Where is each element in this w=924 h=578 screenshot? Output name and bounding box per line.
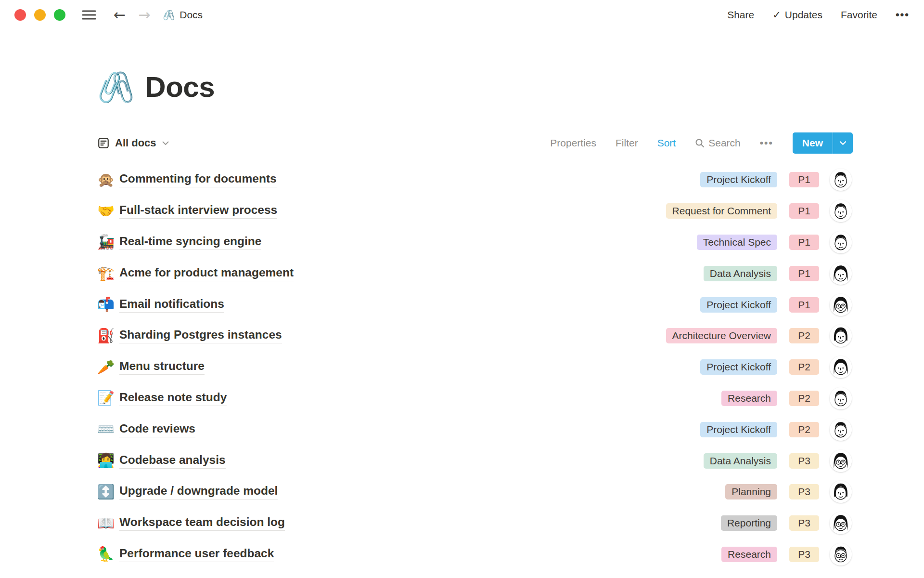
tag-badge[interactable]: Technical Spec — [697, 235, 777, 250]
tag-badge[interactable]: Data Analysis — [704, 453, 777, 469]
assignee-avatar-man-glasses[interactable] — [830, 543, 852, 565]
share-button[interactable]: Share — [727, 9, 754, 21]
updates-button[interactable]: ✓ Updates — [772, 9, 822, 21]
doc-title-link[interactable]: Acme for product management — [119, 266, 294, 281]
close-window-button[interactable] — [14, 9, 26, 21]
assignee-avatar-man-short[interactable] — [830, 387, 852, 409]
table-row[interactable]: ↕️ Upgrade / downgrade model Planning P3 — [97, 476, 852, 508]
assignee-avatar-person-glasses[interactable] — [830, 512, 852, 534]
table-row[interactable]: 📖 Workspace team decision log Reporting … — [97, 508, 852, 539]
fuel-pump-emoji: ⛽ — [97, 329, 119, 343]
woman-technologist-emoji: 👩‍💻 — [97, 454, 119, 468]
view-label: All docs — [115, 137, 156, 149]
table-row[interactable]: 🥕 Menu structure Project Kickoff P2 — [97, 352, 852, 383]
priority-badge[interactable]: P2 — [789, 328, 819, 343]
priority-badge[interactable]: P1 — [789, 297, 819, 313]
doc-title-link[interactable]: Workspace team decision log — [119, 515, 285, 531]
breadcrumb[interactable]: 🖇️ Docs — [163, 9, 203, 21]
assignee-avatar-woman-long[interactable] — [830, 356, 852, 378]
tag-badge[interactable]: Reporting — [721, 515, 777, 531]
new-button[interactable]: New — [793, 132, 833, 154]
properties-button[interactable]: Properties — [550, 137, 596, 149]
priority-badge[interactable]: P1 — [789, 172, 819, 187]
priority-badge[interactable]: P3 — [789, 484, 819, 499]
more-menu-icon[interactable]: ••• — [896, 9, 910, 21]
assignee-avatar-person-glasses[interactable] — [830, 294, 852, 316]
tag-badge[interactable]: Architecture Overview — [666, 328, 777, 343]
assignee-avatar-man-short[interactable] — [830, 169, 852, 191]
keyboard-emoji: ⌨️ — [97, 422, 119, 436]
priority-badge[interactable]: P1 — [789, 235, 819, 250]
new-dropdown-chevron-icon[interactable] — [833, 132, 853, 154]
toolbar-more-icon[interactable]: ••• — [760, 137, 773, 149]
page-content: 🖇️ Docs All docs Properties Filter Sort — [0, 70, 853, 570]
handshake-emoji: 🤝 — [97, 204, 119, 218]
tag-badge[interactable]: Request for Comment — [666, 203, 777, 219]
priority-badge[interactable]: P3 — [789, 547, 819, 562]
search-icon — [695, 138, 705, 148]
assignee-avatar-man-stubble[interactable] — [830, 419, 852, 441]
priority-badge[interactable]: P2 — [789, 422, 819, 437]
memo-emoji: 📝 — [97, 391, 119, 405]
table-row[interactable]: 👩‍💻 Codebase analysis Data Analysis P3 — [97, 445, 852, 476]
table-row[interactable]: ⛽ Sharding Postgres instances Architectu… — [97, 320, 852, 352]
priority-badge[interactable]: P3 — [789, 515, 819, 531]
doc-title-link[interactable]: Menu structure — [119, 359, 205, 375]
doc-title-link[interactable]: Real-time syncing engine — [119, 235, 261, 250]
tag-badge[interactable]: Research — [721, 547, 777, 562]
table-row[interactable]: 🤝 Full-stack interview process Request f… — [97, 196, 852, 227]
minimize-window-button[interactable] — [34, 9, 46, 21]
tag-badge[interactable]: Project Kickoff — [700, 359, 777, 375]
favorite-button[interactable]: Favorite — [841, 9, 877, 21]
table-row[interactable]: ⌨️ Code reviews Project Kickoff P2 — [97, 414, 852, 445]
tag-badge[interactable]: Project Kickoff — [700, 422, 777, 437]
priority-badge[interactable]: P1 — [789, 266, 819, 281]
back-arrow-icon[interactable]: ← — [114, 8, 126, 22]
building-construction-emoji: 🏗️ — [97, 266, 119, 280]
assignee-avatar-man-stubble[interactable] — [830, 231, 852, 253]
priority-badge[interactable]: P1 — [789, 203, 819, 219]
table-row[interactable]: 🚂 Real-time syncing engine Technical Spe… — [97, 227, 852, 258]
doc-title-link[interactable]: Performance user feedback — [119, 547, 274, 562]
table-row[interactable]: 🙊 Commenting for documents Project Kicko… — [97, 164, 852, 196]
assignee-avatar-woman-long[interactable] — [830, 263, 852, 285]
assignee-avatar-man-short[interactable] — [830, 200, 852, 222]
view-switcher-all-docs[interactable]: All docs — [97, 137, 169, 149]
tag-badge[interactable]: Project Kickoff — [700, 172, 777, 187]
up-down-arrow-emoji: ↕️ — [97, 485, 119, 499]
tag-badge[interactable]: Data Analysis — [704, 266, 777, 281]
tag-badge[interactable]: Project Kickoff — [700, 297, 777, 313]
updates-label: Updates — [785, 9, 822, 21]
table-row[interactable]: 🦜 Performance user feedback Research P3 — [97, 539, 852, 570]
doc-title-link[interactable]: Code reviews — [119, 422, 195, 437]
tag-badge[interactable]: Research — [721, 391, 777, 406]
sort-button[interactable]: Sort — [657, 137, 676, 149]
page-paperclip-icon[interactable]: 🖇️ — [97, 72, 134, 102]
search-button[interactable]: Search — [695, 137, 741, 149]
doc-title-link[interactable]: Upgrade / downgrade model — [119, 484, 278, 499]
forward-arrow-icon[interactable]: → — [138, 8, 150, 22]
doc-title-link[interactable]: Release note study — [119, 391, 227, 406]
priority-badge[interactable]: P2 — [789, 391, 819, 406]
check-icon: ✓ — [772, 9, 781, 21]
doc-title-link[interactable]: Sharding Postgres instances — [119, 328, 282, 343]
table-row[interactable]: 📬 Email notifications Project Kickoff P1 — [97, 289, 852, 320]
assignee-avatar-person-glasses[interactable] — [830, 450, 852, 472]
speak-no-evil-monkey-emoji: 🙊 — [97, 173, 119, 187]
assignee-avatar-woman-bob[interactable] — [830, 481, 852, 503]
filter-button[interactable]: Filter — [616, 137, 638, 149]
table-row[interactable]: 📝 Release note study Research P2 — [97, 383, 852, 414]
zoom-window-button[interactable] — [54, 9, 65, 21]
priority-badge[interactable]: P3 — [789, 453, 819, 469]
doc-title-link[interactable]: Full-stack interview process — [119, 203, 277, 219]
tag-badge[interactable]: Planning — [725, 484, 777, 499]
sidebar-toggle-hamburger-icon[interactable] — [82, 9, 96, 21]
locomotive-emoji: 🚂 — [97, 235, 119, 249]
window-titlebar: ← → 🖇️ Docs Share ✓ Updates Favorite ••• — [0, 0, 924, 30]
doc-title-link[interactable]: Commenting for documents — [119, 172, 277, 187]
priority-badge[interactable]: P2 — [789, 359, 819, 375]
assignee-avatar-woman-bob[interactable] — [830, 325, 852, 347]
doc-title-link[interactable]: Codebase analysis — [119, 453, 226, 469]
doc-title-link[interactable]: Email notifications — [119, 297, 224, 313]
table-row[interactable]: 🏗️ Acme for product management Data Anal… — [97, 258, 852, 289]
